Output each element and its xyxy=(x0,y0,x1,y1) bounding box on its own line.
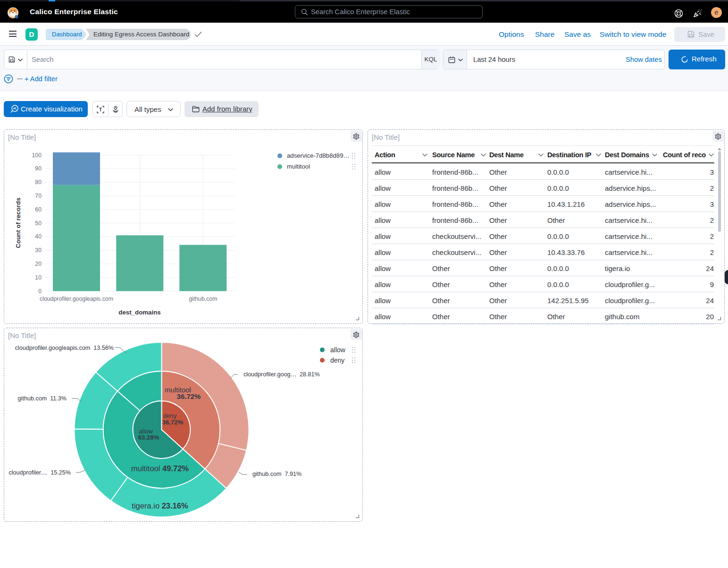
svg-text:30: 30 xyxy=(35,247,42,254)
svg-text:40: 40 xyxy=(35,233,42,240)
svg-text:90: 90 xyxy=(35,165,42,172)
svg-text:80: 80 xyxy=(35,179,42,186)
svg-text:0: 0 xyxy=(38,288,42,295)
svg-text:T: T xyxy=(99,107,102,112)
svg-text:70: 70 xyxy=(35,193,42,199)
svg-text:dest_domains: dest_domains xyxy=(118,309,160,316)
svg-text:20: 20 xyxy=(35,261,42,267)
svg-text:github.com: github.com xyxy=(189,296,217,302)
svg-text:50: 50 xyxy=(35,220,42,227)
svg-text:100: 100 xyxy=(32,152,42,159)
svg-text:10: 10 xyxy=(35,274,42,281)
svg-text:60: 60 xyxy=(35,206,42,213)
svg-text:Count of records: Count of records xyxy=(15,197,22,248)
svg-text:cloudprofiler.googleapis.com: cloudprofiler.googleapis.com xyxy=(40,296,113,302)
